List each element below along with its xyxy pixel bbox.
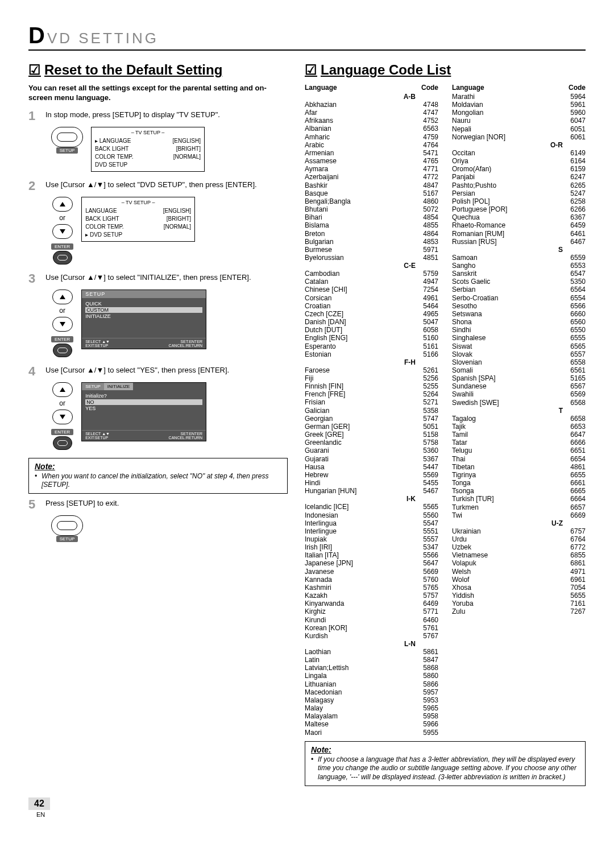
lang-row: Bislama4855 bbox=[305, 221, 438, 229]
lang-row: Kurdish5767 bbox=[305, 632, 438, 640]
lang-row: Italian [ITA]5566 bbox=[305, 551, 438, 559]
lang-row: Afrikaans4752 bbox=[305, 117, 438, 125]
lang-row: Somali6561 bbox=[452, 366, 586, 374]
page-header: DVD SETTING bbox=[28, 23, 586, 51]
lang-row: Esperanto5161 bbox=[305, 342, 438, 350]
lang-col-left: LanguageCode A-BAbkhazian4748Afar4747Afr… bbox=[305, 84, 438, 737]
lang-row: Yoruba7161 bbox=[452, 600, 586, 607]
cursor-enter-diagram-3: or ENTER bbox=[51, 382, 73, 450]
lang-row: Turkmen6657 bbox=[452, 503, 586, 511]
lang-row: Danish [DAN]5047 bbox=[305, 318, 438, 326]
step-1-text: In stop mode, press [SETUP] to display "… bbox=[45, 110, 288, 120]
setup-button-diagram-2: SETUP bbox=[51, 515, 83, 542]
reset-title: Reset to the Default Setting bbox=[28, 62, 288, 78]
lang-row: Irish [IRI]5347 bbox=[305, 543, 438, 551]
lang-row: Lithuanian5866 bbox=[305, 680, 438, 688]
lang-row: Portuguese [POR]6266 bbox=[452, 205, 586, 213]
lang-row: Occitan6149 bbox=[452, 149, 586, 157]
lang-row: Czech [CZE]4965 bbox=[305, 310, 438, 318]
lang-row: Frisian5271 bbox=[305, 398, 438, 406]
lang-row: Mongolian5960 bbox=[452, 109, 586, 117]
lang-row: Guarani5360 bbox=[305, 447, 438, 454]
lang-row: Assamese4765 bbox=[305, 157, 438, 165]
lang-row: Persian5247 bbox=[452, 189, 586, 197]
lang-row: Welsh4971 bbox=[452, 568, 586, 576]
lang-row: Singhalese6555 bbox=[452, 334, 586, 342]
lang-row: Albanian6563 bbox=[305, 125, 438, 133]
lang-row: Shona6560 bbox=[452, 318, 586, 326]
lang-row: Samoan6559 bbox=[452, 254, 586, 262]
lang-row: Laothian5861 bbox=[305, 648, 438, 656]
lang-row: Kazakh5757 bbox=[305, 592, 438, 600]
enter-label: ENTER bbox=[51, 336, 73, 342]
tv-setup-osd-2: – TV SETUP – LANGUAGE[ENGLISH] BACK LIGH… bbox=[81, 197, 195, 242]
lang-row: Bulgarian4853 bbox=[305, 238, 438, 246]
lang-title: Language Code List bbox=[305, 62, 586, 78]
lang-row: Kirghiz5771 bbox=[305, 607, 438, 615]
language-section: Language Code List LanguageCode A-BAbkha… bbox=[305, 56, 586, 791]
lang-row: Panjabi6247 bbox=[452, 173, 586, 181]
lang-row: Telugu6651 bbox=[452, 447, 586, 454]
cursor-up-icon bbox=[52, 197, 73, 212]
lang-row: Azerbaijani4772 bbox=[305, 173, 438, 181]
lang-row: Scots Gaelic5350 bbox=[452, 278, 586, 286]
lang-row: Marathi5964 bbox=[452, 93, 586, 101]
reset-intro: You can reset all the settings except fo… bbox=[28, 84, 288, 103]
lang-row: Chinese [CHI]7254 bbox=[305, 286, 438, 294]
lang-row: Bengali;Bangla4860 bbox=[305, 197, 438, 205]
lang-row: Basque5167 bbox=[305, 189, 438, 197]
enter-label: ENTER bbox=[51, 243, 73, 250]
step-2-num: 2 bbox=[28, 180, 41, 192]
lang-row: Swahili6569 bbox=[452, 390, 586, 398]
lang-row: Interlingua5547 bbox=[305, 519, 438, 527]
step-2-text: Use [Cursor ▲/▼] to select "DVD SETUP", … bbox=[45, 180, 288, 190]
cursor-down-icon bbox=[52, 410, 73, 424]
enter-button-icon bbox=[53, 436, 72, 450]
lang-row: French [FRE]5264 bbox=[305, 390, 438, 398]
setup-menu-osd: SETUP QUICKCUSTOMINITIALIZE SELECT ▲▼EXI… bbox=[81, 290, 206, 349]
lang-row: Wolof6961 bbox=[452, 576, 586, 584]
tv-setup-osd-1: – TV SETUP – ▸ LANGUAGE[ENGLISH] BACK LI… bbox=[91, 127, 205, 172]
header-d: D bbox=[28, 23, 47, 48]
reset-note: Note: When you want to cancel the initia… bbox=[28, 458, 288, 494]
lang-row: Polish [POL]6258 bbox=[452, 197, 586, 205]
lang-row: Malayalam5958 bbox=[305, 712, 438, 720]
cursor-down-icon bbox=[52, 224, 73, 239]
cursor-up-icon bbox=[52, 290, 73, 304]
lang-row: Oriya6164 bbox=[452, 157, 586, 165]
lang-row: Norwegian [NOR]6061 bbox=[452, 133, 586, 141]
lang-row: Ukrainian6757 bbox=[452, 527, 586, 535]
step-4-text: Use [Cursor ▲/▼] to select "YES", then p… bbox=[45, 365, 288, 375]
lang-row: Kannada5760 bbox=[305, 576, 438, 584]
lang-row: Kinyarwanda6469 bbox=[305, 600, 438, 607]
step-5-num: 5 bbox=[28, 498, 41, 511]
lang-row: Cambodian5759 bbox=[305, 270, 438, 278]
step-3-text: Use [Cursor ▲/▼] to select "INITIALIZE",… bbox=[45, 272, 288, 283]
enter-label: ENTER bbox=[51, 429, 73, 435]
lang-row: Gujarati5367 bbox=[305, 455, 438, 463]
lang-row: Sangho6553 bbox=[452, 262, 586, 270]
lang-row: Russian [RUS]6467 bbox=[452, 238, 586, 246]
lang-row: Tamil6647 bbox=[452, 431, 586, 439]
page-footer: 42 EN bbox=[28, 797, 586, 819]
lang-row: Tajik6653 bbox=[452, 423, 586, 431]
lang-row: Bihari4854 bbox=[305, 213, 438, 221]
lang-row: Aymara4771 bbox=[305, 165, 438, 173]
lang-row: Macedonian5957 bbox=[305, 688, 438, 696]
lang-row: Vietnamese6855 bbox=[452, 551, 586, 559]
lang-row: Yiddish5655 bbox=[452, 592, 586, 600]
lang-row: Afar4747 bbox=[305, 109, 438, 117]
lang-row: Hebrew5569 bbox=[305, 471, 438, 479]
lang-row: Arabic4764 bbox=[305, 141, 438, 149]
lang-row: Siswat6565 bbox=[452, 342, 586, 350]
cursor-down-icon bbox=[52, 317, 73, 332]
lang-row: Uzbek6772 bbox=[452, 543, 586, 551]
lang-row: Lingala5860 bbox=[305, 672, 438, 680]
lang-row: Twi6669 bbox=[452, 511, 586, 519]
lang-row: Slovak6557 bbox=[452, 350, 586, 358]
lang-row: Tibetan4861 bbox=[452, 463, 586, 471]
lang-row: Greek [GRE]5158 bbox=[305, 431, 438, 439]
lang-row: Greenlandic5758 bbox=[305, 439, 438, 447]
initialize-osd: SETUPINITIALIZE Initialize?NOYES SELECT … bbox=[81, 382, 206, 441]
lang-row: Dutch [DUT]6058 bbox=[305, 326, 438, 334]
